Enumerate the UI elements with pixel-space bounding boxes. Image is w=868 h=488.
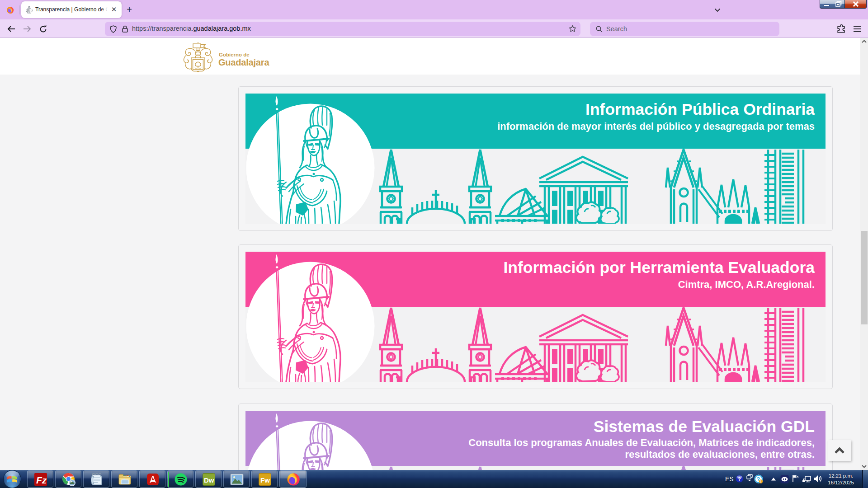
svg-text:Fw: Fw [260,476,270,484]
svg-text:Fz: Fz [36,475,47,485]
svg-text:?: ? [738,476,741,482]
svg-text:!: ! [760,480,761,483]
svg-text:Dw: Dw [204,476,214,484]
